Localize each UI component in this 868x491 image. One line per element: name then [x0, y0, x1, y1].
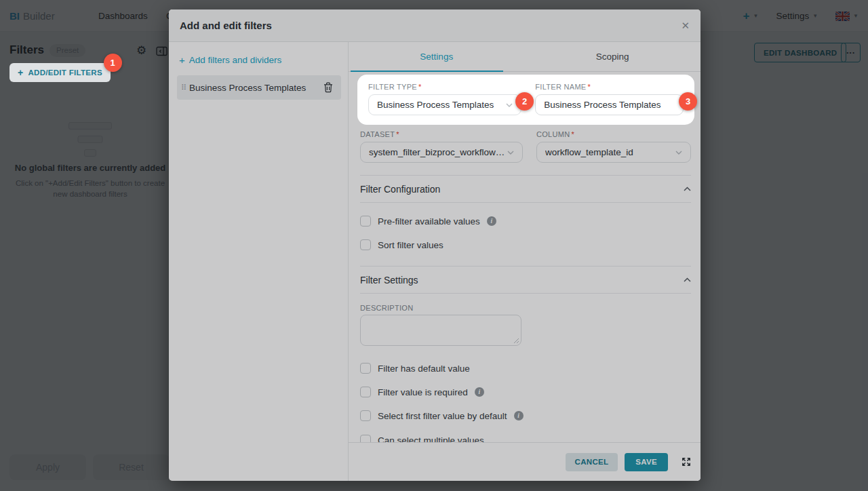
default-value-checkbox-row: Filter has default value [360, 363, 691, 374]
value-required-checkbox-row: Filter value is required i [360, 387, 691, 397]
filter-name-label: FILTER NAME* [535, 83, 684, 91]
default-value-label: Filter has default value [378, 364, 470, 374]
app-root: BI Builder Dashboards Charts + ▼ Setting… [0, 0, 868, 491]
filter-settings-section-header[interactable]: Filter Settings [360, 266, 691, 294]
modal-header: Add and edit filters ✕ [169, 9, 701, 42]
plus-icon: + [18, 67, 23, 78]
info-icon[interactable]: i [514, 411, 524, 420]
filter-list-item[interactable]: ⠿ Business Process Templates [177, 75, 341, 100]
sort-values-checkbox-row: Sort filter values [360, 239, 691, 250]
dataset-label-text: DATASET [360, 130, 395, 138]
prefilter-label: Pre-filter available values [378, 216, 480, 227]
chevron-up-icon [684, 277, 691, 282]
filter-item-label: Business Process Templates [189, 83, 322, 93]
select-first-value-label: Select first filter value by default [378, 411, 507, 421]
description-textarea[interactable] [360, 315, 521, 346]
required-asterisk: * [571, 130, 574, 138]
required-asterisk: * [418, 83, 422, 91]
filter-type-select[interactable]: Business Process Templates [368, 94, 521, 115]
filter-type-name-row: FILTER TYPE* Business Process Templates … [357, 75, 694, 125]
prefilter-checkbox[interactable] [360, 216, 371, 227]
drag-handle-icon[interactable]: ⠿ [178, 83, 189, 92]
tour-step-1-badge: 1 [104, 54, 122, 72]
filter-settings-title: Filter Settings [360, 275, 418, 286]
default-value-checkbox[interactable] [360, 363, 371, 374]
filter-configuration-title: Filter Configuration [360, 184, 440, 195]
value-required-checkbox[interactable] [360, 387, 371, 397]
multiple-values-checkbox-row: Can select multiple values [360, 435, 691, 442]
required-asterisk: * [587, 83, 591, 91]
column-group: COLUMN* workflow_template_id [536, 130, 691, 163]
dataset-column-row: DATASET* system_filter_bizproc_workflow_… [360, 130, 691, 163]
multiple-values-label: Can select multiple values [378, 435, 484, 443]
select-first-value-checkbox[interactable] [360, 410, 371, 421]
filter-type-label-text: FILTER TYPE [368, 83, 417, 91]
required-asterisk: * [396, 130, 399, 138]
tab-scoping[interactable]: Scoping [525, 42, 701, 71]
filter-name-input[interactable]: Business Process Templates [535, 94, 684, 115]
filter-type-label: FILTER TYPE* [368, 83, 521, 91]
modal-title: Add and edit filters [180, 20, 272, 31]
add-edit-filters-button[interactable]: + ADD/EDIT FILTERS 1 [9, 63, 111, 82]
filter-name-label-text: FILTER NAME [535, 83, 586, 91]
tab-settings[interactable]: Settings [349, 42, 525, 71]
info-icon[interactable]: i [487, 216, 496, 226]
chevron-down-icon [506, 103, 513, 107]
info-icon[interactable]: i [475, 387, 484, 397]
dataset-select[interactable]: system_filter_bizproc_workflow_... [360, 142, 523, 163]
chevron-up-icon [684, 186, 691, 191]
sort-values-label: Sort filter values [378, 240, 443, 250]
modal-filter-list-panel: + Add filters and dividers ⠿ Business Pr… [169, 42, 349, 481]
dataset-group: DATASET* system_filter_bizproc_workflow_… [360, 130, 523, 163]
filter-type-group: FILTER TYPE* Business Process Templates [368, 83, 521, 115]
cancel-button[interactable]: CANCEL [566, 453, 618, 471]
chevron-down-icon [507, 151, 514, 155]
tour-step-3-badge: 3 [679, 92, 697, 111]
modal-footer: CANCEL SAVE [349, 442, 701, 481]
column-select[interactable]: workflow_template_id [536, 142, 691, 163]
resize-handle-icon[interactable] [513, 338, 519, 344]
dataset-value: system_filter_bizproc_workflow_... [369, 147, 507, 157]
sort-values-checkbox[interactable] [360, 239, 371, 250]
add-filters-dividers-link[interactable]: + Add filters and dividers [179, 54, 348, 66]
chevron-down-icon [675, 151, 682, 155]
filter-type-value: Business Process Templates [377, 100, 506, 110]
column-label: COLUMN* [536, 130, 691, 138]
filter-name-value: Business Process Templates [544, 100, 660, 110]
filter-name-group: FILTER NAME* Business Process Templates [535, 83, 684, 115]
prefilter-checkbox-row: Pre-filter available values i [360, 216, 691, 227]
trash-icon[interactable] [322, 81, 334, 94]
select-first-value-checkbox-row: Select first filter value by default i [360, 410, 691, 421]
value-required-label: Filter value is required [378, 387, 468, 397]
column-value: workflow_template_id [545, 147, 675, 157]
save-button[interactable]: SAVE [625, 453, 668, 471]
expand-modal-icon[interactable] [681, 456, 692, 467]
modal-settings-panel: Settings Scoping FILTER TYPE* Business P… [349, 42, 701, 481]
filter-configuration-section-header[interactable]: Filter Configuration [360, 175, 691, 203]
tour-step-2-badge: 2 [515, 92, 534, 111]
add-edit-filters-label: ADD/EDIT FILTERS [28, 68, 102, 77]
modal-form-content: FILTER TYPE* Business Process Templates … [349, 72, 701, 442]
add-edit-filters-modal: Add and edit filters ✕ + Add filters and… [169, 9, 701, 481]
multiple-values-checkbox[interactable] [360, 435, 371, 442]
close-icon[interactable]: ✕ [681, 20, 690, 32]
dataset-label: DATASET* [360, 130, 523, 138]
description-label: DESCRIPTION [360, 304, 691, 312]
column-label-text: COLUMN [536, 130, 570, 138]
modal-body: + Add filters and dividers ⠿ Business Pr… [169, 42, 701, 481]
add-filters-dividers-label: Add filters and dividers [189, 55, 282, 65]
plus-icon: + [179, 54, 185, 66]
modal-tabs: Settings Scoping [349, 42, 701, 72]
